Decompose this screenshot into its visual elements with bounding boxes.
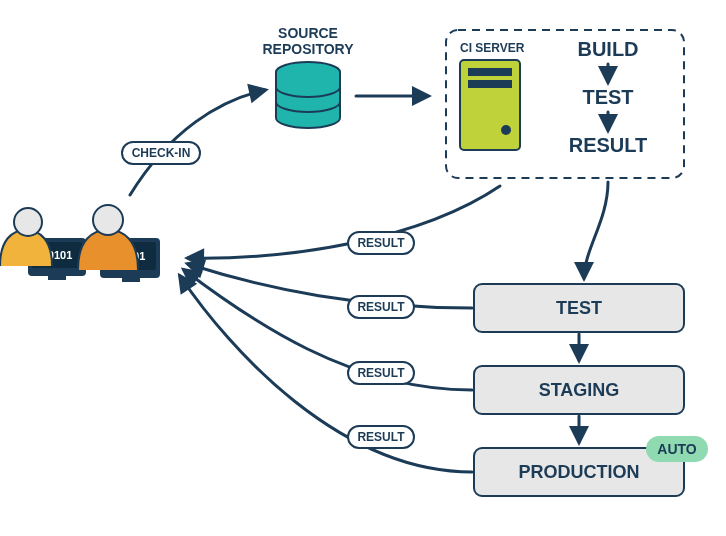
svg-text:RESULT: RESULT <box>357 236 405 250</box>
svg-rect-3 <box>48 276 66 280</box>
svg-text:TEST: TEST <box>556 298 602 318</box>
developer-icon-1: 10101 <box>0 208 86 280</box>
svg-text:CHECK-IN: CHECK-IN <box>132 146 191 160</box>
developer-icon-2: 10101 <box>78 205 160 282</box>
database-icon <box>276 62 340 128</box>
stage-staging: STAGING <box>474 366 684 414</box>
result-pill-2: RESULT <box>348 296 414 318</box>
result-pill-1: RESULT <box>348 232 414 254</box>
result-pill-4: RESULT <box>348 426 414 448</box>
build-label: BUILD <box>577 38 638 60</box>
result-pill-3: RESULT <box>348 362 414 384</box>
svg-text:RESULT: RESULT <box>357 300 405 314</box>
result-label: RESULT <box>569 134 648 156</box>
auto-badge: AUTO <box>646 436 708 462</box>
svg-point-9 <box>93 205 123 235</box>
svg-text:AUTO: AUTO <box>657 441 697 457</box>
svg-point-4 <box>14 208 42 236</box>
arrow-result-3 <box>184 270 472 390</box>
test-label: TEST <box>582 86 633 108</box>
svg-rect-15 <box>468 80 512 88</box>
cicd-pipeline-diagram: 10101 10101 CHECK-IN SOURCE REPOSITORY C… <box>0 0 726 536</box>
arrow-result-1 <box>188 186 500 258</box>
arrow-result-4 <box>180 276 472 472</box>
arrow-ci-to-test <box>584 182 608 278</box>
arrow-result-2 <box>188 264 472 308</box>
stage-test: TEST <box>474 284 684 332</box>
svg-point-16 <box>501 125 511 135</box>
source-repo-label-1: SOURCE <box>278 25 338 41</box>
ci-server-label: CI SERVER <box>460 41 525 55</box>
svg-rect-14 <box>468 68 512 76</box>
svg-rect-8 <box>122 278 140 282</box>
server-icon <box>460 60 520 150</box>
svg-text:RESULT: RESULT <box>357 366 405 380</box>
svg-text:PRODUCTION: PRODUCTION <box>519 462 640 482</box>
svg-text:RESULT: RESULT <box>357 430 405 444</box>
source-repo-label-2: REPOSITORY <box>262 41 354 57</box>
checkin-pill: CHECK-IN <box>122 142 200 164</box>
svg-text:STAGING: STAGING <box>539 380 620 400</box>
